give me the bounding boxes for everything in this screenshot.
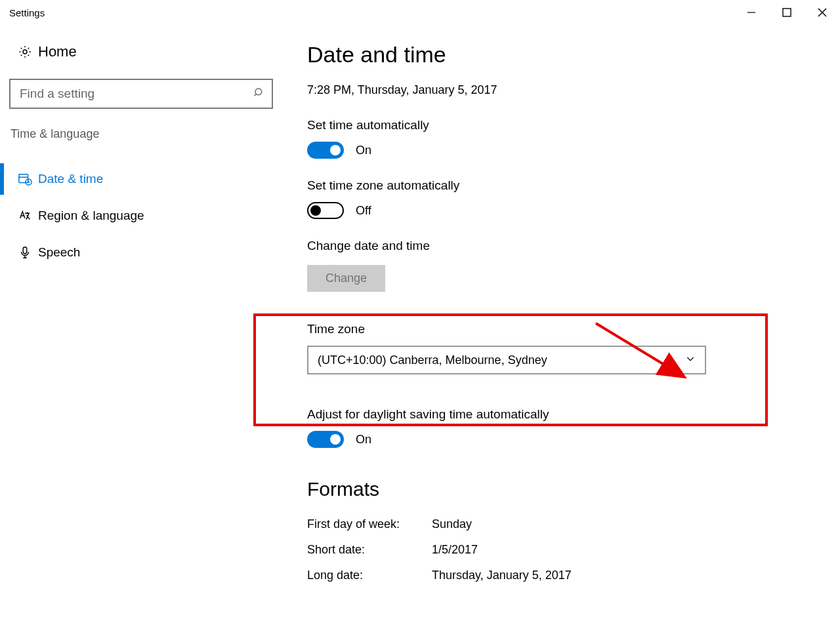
sidebar-item-date-time[interactable]: Date & time	[9, 161, 265, 197]
formats-heading: Formats	[307, 478, 840, 500]
change-datetime-label: Change date and time	[307, 239, 840, 253]
timezone-value: (UTC+10:00) Canberra, Melbourne, Sydney	[318, 353, 547, 367]
dst-toggle[interactable]	[307, 431, 344, 448]
window-title: Settings	[9, 7, 45, 18]
close-button[interactable]	[805, 0, 840, 25]
format-row: Short date: 1/5/2017	[307, 543, 840, 557]
set-time-auto-label: Set time automatically	[307, 118, 840, 132]
category-heading: Time & language	[9, 127, 265, 141]
home-label: Home	[38, 43, 77, 60]
chevron-down-icon	[685, 353, 696, 367]
dst-label: Adjust for daylight saving time automati…	[307, 407, 840, 422]
format-row: Long date: Thursday, January 5, 2017	[307, 569, 840, 582]
set-timezone-auto-toggle[interactable]	[307, 202, 344, 219]
current-datetime: 7:28 PM, Thursday, January 5, 2017	[307, 83, 840, 97]
sidebar-item-label: Speech	[38, 245, 80, 260]
format-key: Short date:	[307, 543, 432, 557]
toggle-status: On	[356, 433, 371, 447]
gear-icon	[12, 45, 38, 59]
format-value: 1/5/2017	[432, 543, 478, 557]
change-button: Change	[307, 265, 385, 292]
minimize-button[interactable]	[734, 0, 769, 25]
format-key: First day of week:	[307, 517, 432, 531]
maximize-button[interactable]	[769, 0, 805, 25]
format-key: Long date:	[307, 569, 432, 582]
svg-rect-7	[19, 174, 28, 183]
svg-rect-1	[783, 9, 791, 16]
page-title: Date and time	[307, 42, 840, 68]
svg-line-11	[29, 182, 30, 183]
search-input[interactable]	[9, 79, 273, 109]
timezone-select[interactable]: (UTC+10:00) Canberra, Melbourne, Sydney	[307, 346, 706, 374]
svg-point-4	[23, 50, 27, 54]
svg-rect-12	[23, 247, 27, 254]
svg-line-6	[255, 94, 257, 96]
toggle-status: On	[356, 144, 371, 157]
sidebar-item-label: Date & time	[38, 172, 103, 186]
sidebar-item-region-language[interactable]: Region & language	[9, 197, 265, 234]
search-icon	[253, 87, 265, 101]
format-row: First day of week: Sunday	[307, 517, 840, 531]
main-content: Date and time 7:28 PM, Thursday, January…	[274, 25, 840, 623]
microphone-icon	[12, 245, 38, 260]
calendar-clock-icon	[12, 172, 38, 186]
format-value: Sunday	[432, 517, 472, 531]
titlebar: Settings	[0, 0, 840, 25]
timezone-label: Time zone	[307, 322, 840, 336]
set-timezone-auto-label: Set time zone automatically	[307, 178, 840, 193]
sidebar-home[interactable]: Home	[9, 39, 265, 64]
toggle-status: Off	[356, 204, 371, 218]
sidebar: Home Time & language Date &	[0, 25, 274, 623]
set-time-auto-toggle[interactable]	[307, 142, 344, 159]
sidebar-item-speech[interactable]: Speech	[9, 234, 265, 271]
sidebar-item-label: Region & language	[38, 209, 144, 223]
language-icon	[12, 209, 38, 223]
format-value: Thursday, January 5, 2017	[432, 569, 572, 582]
